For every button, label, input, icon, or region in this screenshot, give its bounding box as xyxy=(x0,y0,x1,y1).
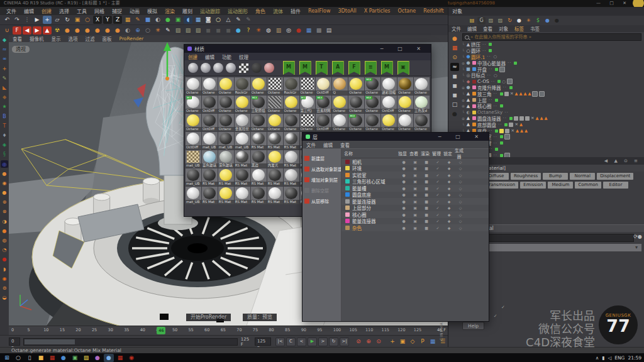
material-window-titlebar[interactable]: 材质 ─ □ ✕ xyxy=(184,45,431,53)
object-row[interactable]: ⊕●中顶心能量器·· xyxy=(461,60,643,66)
toolbar-icon[interactable]: ↶ xyxy=(3,16,11,24)
material-thumbnail[interactable]: mat_UB xyxy=(186,150,201,168)
toolbar-icon[interactable]: + xyxy=(43,16,52,24)
material-thumbnail[interactable]: Octane xyxy=(332,96,348,113)
material-input-icons[interactable]: ⟳● xyxy=(633,234,642,239)
strip-icon[interactable]: ≈ xyxy=(450,63,459,71)
layer-row[interactable]: 能量连接器●▣■✓◆◇ xyxy=(341,218,489,225)
material-thumbnail[interactable]: Octane xyxy=(414,77,430,95)
range-start-field[interactable]: 0 F xyxy=(9,337,20,346)
menu-item[interactable]: X Particles xyxy=(364,8,391,14)
layer-row[interactable]: 圆盘底座●▣■✓◆◇ xyxy=(341,192,489,199)
panel-icon[interactable]: G xyxy=(477,17,486,25)
strip-icon[interactable]: ◼ xyxy=(450,82,459,90)
keyframe-button[interactable]: ◇ xyxy=(408,337,417,346)
timeline-playhead[interactable]: 46 xyxy=(157,327,165,334)
layer-row[interactable]: 杂色●▣■✓◆◇ xyxy=(341,224,489,231)
toolbar-icon[interactable]: ▦ xyxy=(123,16,132,24)
toolbar-icon[interactable]: ▲ xyxy=(43,26,52,35)
strip-icon[interactable]: ▦ xyxy=(450,44,459,52)
view-label[interactable]: 透视 xyxy=(12,46,30,53)
material-thumbnail[interactable]: Octane xyxy=(218,77,234,95)
material-thumbnail[interactable]: MIXOctane xyxy=(365,77,380,95)
toolbar-icon[interactable]: ▤ xyxy=(325,26,333,35)
taskbar-icon[interactable]: ○ xyxy=(13,354,23,362)
bookmark-flag-icon[interactable]: ≡ xyxy=(365,61,377,75)
toolbar-icon[interactable]: ● xyxy=(73,26,82,35)
material-thumbnail[interactable]: Octane xyxy=(300,77,316,95)
checker-preview-icon[interactable] xyxy=(239,63,248,73)
toolbar-icon[interactable]: Y xyxy=(103,16,112,24)
menu-item[interactable]: 动画 xyxy=(130,8,140,14)
layer-row[interactable]: 三角形核心区域●▣■✓◆◇ xyxy=(341,178,489,185)
system-tray[interactable]: ∧ ▮ ◁ ENG 21:59 xyxy=(596,353,641,362)
window-controls[interactable]: — □ ✕ xyxy=(596,0,630,7)
taskbar-icon[interactable]: ● xyxy=(104,354,114,362)
strip-icon[interactable]: ⊙ xyxy=(450,53,459,62)
panel-icon[interactable]: ▨ xyxy=(496,17,504,25)
menu-item[interactable]: 运动跟踪 xyxy=(200,8,220,14)
transport-button[interactable]: > xyxy=(318,337,328,346)
material-thumbnail[interactable]: RS Mat xyxy=(251,187,267,204)
toolbar-icon[interactable]: ▩ xyxy=(314,26,323,35)
palette-icon[interactable]: ◉ xyxy=(1,275,8,282)
material-thumbnail[interactable]: RS Mat xyxy=(267,132,283,150)
toolbar-icon[interactable]: ◖ xyxy=(184,16,192,24)
menu-item[interactable]: 面板 xyxy=(103,35,112,42)
toolbar-icon[interactable]: ✎ xyxy=(234,16,243,24)
material-thumbnail[interactable]: mat_UB xyxy=(186,187,201,204)
toolbar-icon[interactable]: ▨ xyxy=(174,26,182,35)
taskbar-icon[interactable]: ▨ xyxy=(81,354,91,362)
material-thumbnail[interactable]: 蓝色玻璃 xyxy=(202,150,218,168)
attribute-tab-medium[interactable]: Medium xyxy=(548,182,573,189)
transport-button[interactable]: C xyxy=(286,337,296,346)
toolbar-icon[interactable]: ▦ xyxy=(304,26,313,35)
start-prorender-button[interactable]: 开始ProRender xyxy=(186,314,231,321)
menu-item[interactable]: 查看 xyxy=(483,25,492,32)
keyframe-button[interactable]: ▦ xyxy=(428,337,437,346)
toolbar-icon[interactable]: ● xyxy=(113,26,122,35)
transport-button[interactable]: |< xyxy=(275,337,285,346)
layer-manager-window[interactable]: 层 ─ □ ✕ 文件编辑查看 新建层从选取对象新建层增加对象到层删除空层从层移除… xyxy=(302,132,489,322)
layer-row[interactable]: 能量连接器●▣■✓◆◇ xyxy=(341,198,489,205)
taskbar-icon[interactable]: ▣ xyxy=(70,354,80,362)
material-thumbnail[interactable]: Octane xyxy=(218,96,234,113)
material-thumbnail[interactable]: RockGr xyxy=(284,77,299,95)
palette-icon[interactable]: ◉ xyxy=(1,179,8,187)
menu-item[interactable]: 对象 xyxy=(499,25,508,32)
attribute-tab-emission[interactable]: Emission xyxy=(520,182,546,189)
range-slider[interactable] xyxy=(23,338,238,346)
toolbar-icon[interactable]: ◍ xyxy=(264,26,273,35)
material-thumbnail[interactable]: Octane xyxy=(267,114,283,131)
palette-icon[interactable]: T xyxy=(1,122,8,129)
material-thumbnail[interactable]: RockGr xyxy=(235,77,250,95)
toolbar-icon[interactable]: ● xyxy=(83,26,92,35)
material-thumbnail[interactable]: Octane xyxy=(332,114,348,131)
panel-icon[interactable]: ● xyxy=(515,17,523,25)
taskbar-icon[interactable]: ■ xyxy=(36,354,46,362)
material-thumbnail[interactable]: Q xyxy=(332,77,348,95)
menu-item[interactable]: 文件 xyxy=(6,8,16,14)
menu-item[interactable]: 渲染 xyxy=(165,8,175,14)
taskbar-icon[interactable]: ● xyxy=(58,354,69,362)
material-thumbnail[interactable]: RS Mat xyxy=(235,187,250,204)
strip-icon[interactable]: ◼ xyxy=(450,91,459,99)
layer-row[interactable]: 能量槽●▣■✓◆◇ xyxy=(341,185,489,192)
menu-item[interactable]: 3DtoAll xyxy=(338,8,357,14)
menu-item[interactable]: 选项 xyxy=(69,35,78,42)
toolbar-icon[interactable]: ✳ xyxy=(254,26,263,35)
palette-icon[interactable]: ◆ xyxy=(1,36,8,44)
toolbar-icon[interactable]: ■ xyxy=(143,16,152,24)
dark-preview-icon[interactable] xyxy=(252,63,262,73)
menu-item[interactable]: 编辑 xyxy=(24,8,34,14)
toolbar-icon[interactable]: ▥ xyxy=(274,26,283,35)
menu-item[interactable]: 书签 xyxy=(530,25,540,32)
toolbar-icon[interactable]: ▱ xyxy=(53,16,62,24)
menu-item[interactable]: 摄像机 xyxy=(30,35,44,42)
delete-material-icon[interactable] xyxy=(264,63,274,73)
toolbar-icon[interactable]: ○ xyxy=(83,16,92,24)
panel-icon[interactable]: ● xyxy=(543,17,552,25)
bookmark-flag-icon[interactable]: F xyxy=(348,61,360,75)
material-thumbnail[interactable]: 内发光 xyxy=(267,150,283,168)
toolbar-icon[interactable]: ● xyxy=(93,26,102,35)
